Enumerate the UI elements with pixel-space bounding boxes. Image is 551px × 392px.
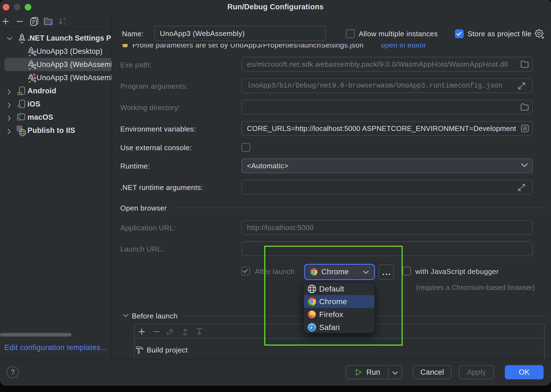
svg-text:z: z bbox=[63, 21, 65, 26]
svg-text:a: a bbox=[63, 17, 66, 21]
